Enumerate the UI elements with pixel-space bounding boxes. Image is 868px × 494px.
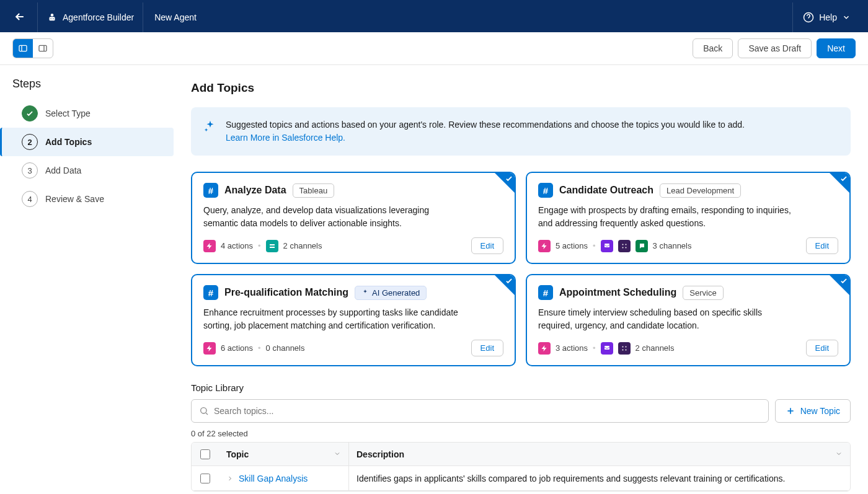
steps-title: Steps (12, 77, 174, 90)
row-checkbox[interactable] (200, 474, 210, 483)
selected-corner (495, 173, 515, 193)
step-label: Add Data (45, 165, 81, 175)
step-add-data[interactable]: 3Add Data (0, 156, 174, 185)
save-draft-button[interactable]: Save as Draft (738, 38, 812, 58)
card-title: Appointment Scheduling (559, 287, 676, 298)
card-stats: 4 actions•2 channels (203, 240, 322, 252)
card-stats: 5 actions•3 channels (538, 240, 692, 252)
search-input-wrapper[interactable] (191, 399, 769, 423)
topic-cards: #Analyze DataTableauQuery, analyze, and … (191, 172, 851, 366)
back-button[interactable]: Back (693, 38, 733, 58)
svg-point-16 (625, 346, 626, 347)
svg-point-10 (622, 244, 623, 245)
channel-icon (601, 342, 613, 355)
step-label: Select Type (45, 108, 91, 118)
svg-point-3 (53, 19, 54, 20)
step-number: 4 (22, 191, 38, 207)
table-header: Topic Description (192, 443, 850, 466)
card-description: Ensure timely interview scheduling based… (538, 306, 799, 332)
svg-point-2 (50, 19, 51, 20)
channel-icon (266, 240, 278, 252)
topic-link[interactable]: Skill Gap Analysis (239, 474, 308, 483)
topic-badge: Service (683, 286, 723, 300)
edit-button[interactable]: Edit (806, 237, 838, 254)
ai-badge: AI Generated (355, 286, 427, 300)
svg-rect-5 (19, 45, 27, 51)
chevron-right-icon[interactable] (226, 475, 234, 482)
row-description: Identifies gaps in applicants' skills co… (356, 474, 785, 483)
card-description: Query, analyze, and develop data visuali… (203, 204, 464, 230)
step-number (22, 105, 38, 121)
search-icon (199, 406, 209, 416)
toolbar: Back Save as Draft Next (0, 32, 868, 65)
step-review-&-save[interactable]: 4Review & Save (0, 185, 174, 213)
hash-icon: # (538, 285, 553, 300)
desc-column-menu[interactable] (835, 449, 843, 459)
selected-corner (830, 275, 849, 295)
table-row: Skill Gap AnalysisIdentifies gaps in app… (192, 466, 850, 491)
selected-corner (495, 275, 515, 295)
column-topic: Topic (226, 449, 249, 459)
edit-button[interactable]: Edit (806, 340, 838, 356)
learn-more-link[interactable]: Learn More in Salesforce Help. (226, 133, 345, 143)
step-label: Add Topics (45, 137, 92, 147)
channel-icon (618, 342, 631, 355)
search-input[interactable] (214, 406, 761, 416)
topic-column-menu[interactable] (334, 449, 341, 459)
svg-point-15 (622, 346, 623, 347)
card-stats: 6 actions•0 channels (203, 342, 305, 355)
step-label: Review & Save (45, 194, 104, 204)
step-select-type[interactable]: Select Type (0, 99, 174, 128)
svg-point-17 (622, 349, 623, 350)
edit-button[interactable]: Edit (471, 237, 503, 254)
library-title: Topic Library (191, 382, 851, 393)
channel-icon (601, 240, 613, 252)
panel-right-view[interactable] (33, 39, 53, 58)
topic-card[interactable]: #Pre-qualification MatchingAI GeneratedE… (191, 274, 516, 366)
brand[interactable]: Agentforce Builder (37, 2, 143, 32)
sparkle-icon (203, 120, 217, 133)
view-toggle (12, 38, 53, 58)
selected-corner (830, 173, 849, 193)
svg-point-18 (625, 349, 626, 350)
channel-icon (618, 240, 631, 252)
svg-rect-7 (39, 45, 46, 51)
new-topic-button[interactable]: New Topic (775, 399, 851, 423)
new-agent-link[interactable]: New Agent (143, 2, 208, 32)
card-title: Analyze Data (224, 185, 286, 196)
topic-card[interactable]: #Appointment SchedulingServiceEnsure tim… (526, 274, 851, 366)
suggestion-banner: Suggested topics and actions based on yo… (191, 107, 851, 156)
hash-icon: # (203, 285, 218, 300)
edit-button[interactable]: Edit (471, 340, 503, 356)
bolt-icon (203, 342, 216, 355)
help-menu[interactable]: Help (792, 2, 861, 32)
next-button[interactable]: Next (817, 38, 856, 58)
steps-sidebar: Steps Select Type2Add Topics3Add Data4Re… (0, 65, 174, 494)
card-title: Pre-qualification Matching (224, 287, 348, 298)
svg-point-11 (625, 244, 626, 245)
step-add-topics[interactable]: 2Add Topics (0, 128, 174, 156)
bolt-icon (538, 240, 551, 252)
svg-point-0 (51, 14, 54, 17)
topic-card[interactable]: #Analyze DataTableauQuery, analyze, and … (191, 172, 516, 264)
topic-badge: Lead Development (660, 183, 741, 198)
select-all-checkbox[interactable] (200, 449, 210, 459)
plus-icon (786, 406, 795, 416)
back-icon[interactable] (7, 6, 32, 30)
svg-rect-1 (50, 17, 55, 20)
main-panel: Add Topics Suggested topics and actions … (174, 65, 868, 494)
hash-icon: # (538, 183, 553, 198)
card-description: Engage with prospects by drafting emails… (538, 204, 799, 230)
topic-table: Topic Description Skill Gap AnalysisIden… (191, 442, 851, 492)
topic-badge: Tableau (293, 183, 335, 198)
robot-icon (46, 12, 58, 23)
brand-text: Agentforce Builder (63, 12, 134, 22)
svg-point-13 (625, 247, 626, 248)
card-description: Enhance recruitment processes by support… (203, 306, 464, 332)
svg-point-12 (622, 247, 623, 248)
panel-left-view[interactable] (13, 39, 33, 58)
bolt-icon (538, 342, 551, 355)
svg-point-19 (201, 408, 206, 413)
topic-card[interactable]: #Candidate OutreachLead DevelopmentEngag… (526, 172, 851, 264)
chevron-down-icon (842, 13, 851, 22)
